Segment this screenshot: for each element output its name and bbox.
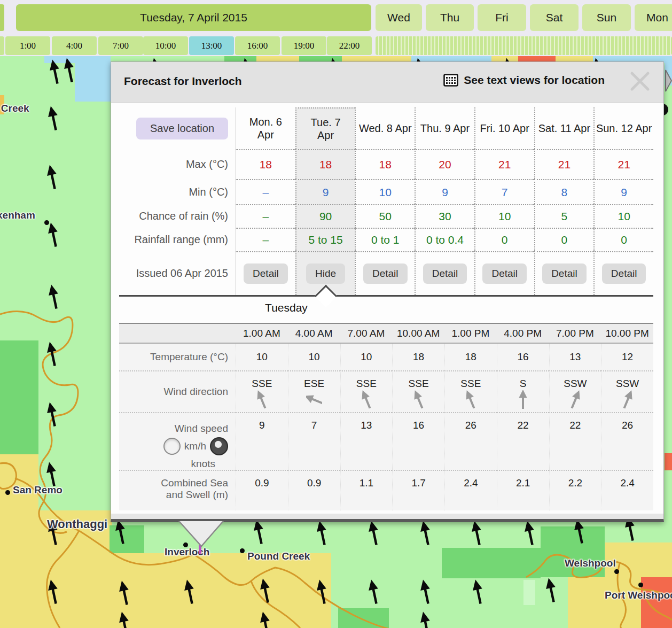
save-location-button[interactable]: Save location (136, 118, 228, 139)
wind-direction-text: S (520, 378, 527, 390)
knots-radio[interactable] (210, 437, 228, 455)
wind-speed-value: 7 (288, 412, 340, 470)
knots-label[interactable]: knots (191, 458, 228, 470)
text-views-link[interactable]: See text views for location (443, 74, 605, 87)
weekly-separator-line (119, 295, 653, 297)
wind-direction-row-label: Wind direction (119, 370, 236, 412)
day-tab-mon[interactable]: Mon (635, 4, 672, 31)
time-button-22-00[interactable]: 22:00 (327, 36, 372, 55)
weekly-button-cell: Detail (415, 251, 474, 295)
weekly-forecast-table: Save locationMon. 6AprTue. 7AprWed. 8 Ap… (119, 107, 653, 295)
day-tab-sat[interactable]: Sat (530, 4, 579, 31)
temperature-value: 18 (444, 344, 497, 370)
hide-button[interactable]: Hide (306, 263, 345, 284)
map-wind-arrow-icon (470, 520, 484, 546)
hourly-time-header: 4.00 AM (288, 324, 340, 344)
hourly-time-header: 1.00 AM (236, 324, 288, 344)
weekly-column-header-6: Sat. 11 Apr (534, 107, 594, 149)
weekly-value: 21 (474, 149, 534, 179)
temperature-value: 12 (601, 344, 653, 370)
weekly-value: 18 (236, 149, 295, 179)
hourly-time-header: 1.00 PM (444, 324, 497, 344)
weekly-value: 10 (355, 179, 415, 204)
weekly-button-cell: Detail (593, 251, 653, 295)
day-tab-edge[interactable] (0, 4, 4, 31)
day-tab-thu[interactable]: Thu (426, 4, 474, 31)
detail-button[interactable]: Detail (602, 263, 646, 284)
sea-swell-value: 0.9 (288, 470, 340, 510)
map-wind-arrow-icon (113, 519, 128, 545)
close-icon[interactable] (628, 69, 652, 93)
map-wind-arrow-icon (45, 164, 59, 190)
weekly-value: – (236, 179, 295, 204)
wind-direction-value: S (497, 370, 549, 412)
day-tab-fri[interactable]: Fri (478, 4, 526, 31)
kmh-label[interactable]: km/h (184, 440, 206, 452)
popup-title: Forecast for Inverloch (124, 75, 242, 88)
map-label-wonthaggi: Wonthaggi (47, 517, 107, 531)
weekly-value: 9 (415, 179, 474, 204)
map-label-kenham: kenham (0, 210, 35, 221)
time-button-7-00[interactable]: 7:00 (98, 36, 143, 55)
day-tab-wed[interactable]: Wed (376, 4, 422, 31)
map-wind-arrow-icon (258, 578, 272, 604)
map-wind-arrow-icon (522, 520, 537, 546)
town-dot-welshpool (614, 569, 619, 574)
weekly-value: 7 (474, 179, 534, 204)
selected-day-title: Tuesday (236, 301, 337, 314)
time-button-edge[interactable] (0, 36, 4, 55)
wind-direction-text: SSW (564, 378, 587, 390)
map-wind-arrow-icon (45, 341, 59, 367)
map-wind-arrow-icon (418, 611, 433, 628)
kmh-radio[interactable] (163, 438, 181, 455)
map-label-pound-creek: Pound Creek (247, 551, 310, 562)
time-button-19-00[interactable]: 19:00 (282, 36, 326, 55)
hourly-forecast-table: 1.00 AM4.00 AM7.00 AM10.00 AM1.00 PM4.00… (119, 323, 653, 510)
wind-direction-value: SSE (392, 370, 444, 412)
weekly-value: 5 (534, 204, 594, 228)
detail-button[interactable]: Detail (363, 263, 408, 284)
time-button-4-00[interactable]: 4:00 (52, 36, 97, 55)
wind-direction-text: SSW (616, 378, 639, 390)
time-button-13-00[interactable]: 13:00 (189, 36, 234, 55)
text-views-label: See text views for location (464, 74, 605, 87)
future-days-time-strip[interactable] (376, 36, 672, 55)
map-label-san-remo: San Remo (13, 484, 62, 496)
wind-direction-arrow-icon (411, 390, 427, 410)
detail-button[interactable]: Detail (244, 263, 288, 284)
town-dot-pound-creek (240, 548, 245, 553)
detail-button[interactable]: Detail (542, 263, 587, 284)
save-location-cell: Save location (119, 107, 236, 149)
weekly-column-header-4: Thu. 9 Apr (415, 107, 474, 149)
wind-speed-value: 26 (444, 412, 497, 470)
popup-tail (178, 521, 224, 551)
wind-direction-value: SSW (549, 370, 601, 412)
day-tab-sun[interactable]: Sun (582, 4, 631, 31)
issued-label: Issued 06 Apr 2015 (119, 251, 236, 295)
weekly-value: 21 (534, 149, 594, 179)
day-tab-selected[interactable]: Tuesday, 7 April 2015 (16, 4, 371, 31)
pan-right-icon[interactable] (666, 70, 671, 91)
time-button-1-00[interactable]: 1:00 (5, 36, 50, 55)
time-button-16-00[interactable]: 16:00 (235, 36, 280, 55)
sea-swell-row-label: Combined Seaand Swell (m) (119, 470, 236, 510)
weekly-value: 8 (534, 179, 594, 204)
detail-button[interactable]: Detail (423, 263, 467, 284)
weekly-value: 9 (295, 179, 355, 204)
sea-swell-value: 2.1 (497, 470, 549, 510)
map-wind-arrow-icon (315, 520, 329, 546)
wind-direction-arrow-icon (254, 390, 270, 410)
meteye-screen: y Creek kenham San Remo Wonthaggi Inverl… (0, 0, 672, 628)
town-dot-port-welshpool (638, 583, 643, 587)
weekly-value: 21 (593, 149, 653, 179)
time-button-10-00[interactable]: 10:00 (143, 36, 188, 55)
wind-speed-label: Wind speed (175, 423, 228, 435)
weekly-button-cell: Detail (355, 251, 415, 295)
wind-speed-value: 22 (497, 412, 549, 470)
wind-direction-value: SSE (444, 370, 497, 412)
town-dot-san-remo (5, 490, 10, 495)
wind-direction-value: ESE (288, 370, 340, 412)
weekly-value: 5 to 15 (295, 228, 355, 251)
detail-button[interactable]: Detail (482, 263, 527, 284)
wind-direction-value: SSE (340, 370, 393, 412)
